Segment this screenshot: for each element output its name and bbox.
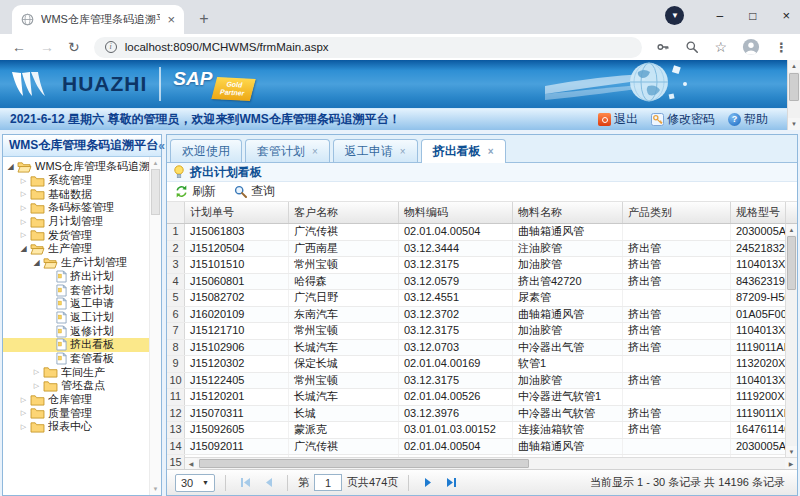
page-size-select[interactable]: 30▼ [175,474,215,492]
tree-expand-icon[interactable]: ▷ [18,177,29,185]
site-info-icon[interactable]: i [105,41,117,53]
scroll-up-icon[interactable]: ▲ [786,224,797,235]
help-button[interactable]: ? 帮助 [728,111,768,128]
table-row[interactable]: 12J15070311长城03.12.3976中冷器出气软管挤出管1119011… [167,406,785,423]
tree-collapse-icon[interactable]: ◢ [31,258,42,267]
refresh-button[interactable]: 刷新 [175,183,216,200]
browser-menu-icon[interactable]: ⋮ [775,40,788,55]
grid-header-cell[interactable]: 物料编码 [399,202,513,223]
table-row[interactable]: 11J15120201长城汽车02.01.04.00526中冷器进气软管1111… [167,389,785,406]
tree-expand-icon[interactable]: ▷ [18,231,29,239]
browser-tab[interactable]: WMS仓库管理条码追溯平台 × [12,5,184,34]
tab[interactable]: 套管计划× [245,139,330,162]
tree-node[interactable]: ▷基础数据 [3,187,149,201]
window-maximize-button[interactable]: □ [749,9,756,23]
tree-node[interactable]: ◢生产管理 [3,242,149,256]
new-tab-button[interactable]: + [192,7,216,31]
tree-node[interactable]: ▷条码标签管理 [3,201,149,215]
browser-profile-button[interactable]: ▼ [665,6,684,25]
tree-node[interactable]: ▷报表中心 [3,420,149,434]
table-row[interactable]: 6J16020109东南汽车03.12.3702曲轴箱通风管挤出管01A05F0… [167,307,785,324]
grid-header-cell[interactable]: 客户名称 [289,202,399,223]
scroll-right-icon[interactable]: ▶ [785,458,797,469]
tab-close-icon[interactable]: × [400,146,406,157]
window-minimize-button[interactable]: – [716,9,723,23]
scroll-down-icon[interactable]: ▼ [788,118,800,130]
tree-node-selected[interactable]: 挤出看板 [3,338,149,352]
tree-node[interactable]: ◢WMS仓库管理条码追溯系统 [3,160,149,174]
sidebar-scrollbar[interactable]: ▲ ▼ [149,157,161,495]
password-key-icon[interactable] [656,40,670,54]
tree-expand-icon[interactable]: ▷ [18,204,29,212]
grid-vertical-scrollbar[interactable]: ▲ ▼ [785,224,797,457]
pager-last-button[interactable] [442,474,460,492]
tab-close-icon[interactable]: × [488,146,494,157]
tree-expand-icon[interactable]: ▷ [18,218,29,226]
scroll-up-icon[interactable]: ▲ [788,60,800,72]
tree-collapse-icon[interactable]: ◢ [5,162,16,171]
table-row[interactable]: 10J15122405常州宝顿03.12.3175加油胶管挤出管1104013X… [167,373,785,390]
tree-expand-icon[interactable]: ▷ [18,423,29,431]
scroll-thumb[interactable] [789,73,799,101]
tree-expand-icon[interactable]: ▷ [18,396,29,404]
logout-button[interactable]: 退出 [598,111,638,128]
table-row[interactable]: 8J15102906长城汽车03.12.0703中冷器出气管挤出管1119011… [167,340,785,357]
pager-next-button[interactable] [419,474,437,492]
table-row[interactable]: 2J15120504广西南星03.12.3444注油胶管挤出管24521832 [167,241,785,258]
url-field[interactable]: i localhost:8090/MCHWMS/frmMain.aspx [94,37,643,58]
scroll-thumb[interactable] [787,236,796,290]
grid-header-cell[interactable]: 计划单号 [185,202,289,223]
tab[interactable]: 返工申请× [333,139,418,162]
table-row[interactable]: 4J15060801哈得森03.12.0579挤出管42720挤出管843623… [167,274,785,291]
tree-node[interactable]: 套管看板 [3,352,149,366]
search-button[interactable]: 查询 [234,183,275,200]
tab[interactable]: 欢迎使用 [170,139,242,162]
tree-node[interactable]: 返修计划 [3,324,149,338]
tree-node[interactable]: ▷系统管理 [3,174,149,188]
tree-node[interactable]: ▷月计划管理 [3,215,149,229]
scroll-thumb[interactable] [151,169,160,215]
tree-node[interactable]: 返工申请 [3,297,149,311]
table-row[interactable]: 13J15092605蒙派克03.01.01.03.00152连接油箱软管挤出管… [167,422,785,439]
tree-expand-icon[interactable]: ▷ [18,409,29,417]
tree-expand-icon[interactable]: ▷ [31,382,42,390]
page-number-input[interactable]: 1 [314,474,342,491]
scroll-up-icon[interactable]: ▲ [150,157,161,168]
tree-node[interactable]: ▷管坯盘点 [3,379,149,393]
collapse-sidebar-icon[interactable]: « [158,139,165,153]
tab-close-icon[interactable]: × [167,13,175,26]
change-password-button[interactable]: 修改密码 [651,111,715,128]
table-row[interactable]: 7J15121710常州宝顿03.12.3175加油胶管挤出管1104013XS… [167,323,785,340]
reload-icon[interactable]: ↻ [68,40,80,54]
grid-horizontal-scrollbar[interactable]: ◀ ▶ [185,457,797,469]
tree-node[interactable]: ▷发货管理 [3,228,149,242]
zoom-icon[interactable] [685,40,699,54]
tree-collapse-icon[interactable]: ◢ [18,244,29,253]
tree-node[interactable]: ▷仓库管理 [3,393,149,407]
back-icon[interactable]: ← [12,40,26,54]
tree-node[interactable]: 套管计划 [3,283,149,297]
tree-node[interactable]: ▷车间生产 [3,365,149,379]
table-row[interactable]: 1J15061803广汽传祺02.01.04.00504曲轴箱通风管203000… [167,224,785,241]
grid-header-cell[interactable]: 物料名称 [513,202,623,223]
table-row[interactable]: 14J15092011广汽传祺02.01.04.00504曲轴箱通风管20300… [167,439,785,456]
tab-active[interactable]: 挤出看板× [421,139,506,163]
table-row[interactable]: 5J15082702广汽日野03.12.4551尿素管87209-H56A [167,290,785,307]
window-close-button[interactable]: × [782,8,790,23]
tree-expand-icon[interactable]: ▷ [31,368,42,376]
tree-node[interactable]: 挤出计划 [3,270,149,284]
scroll-left-icon[interactable]: ◀ [185,458,197,469]
tree-expand-icon[interactable]: ▷ [18,190,29,198]
profile-avatar-icon[interactable] [742,38,760,56]
tree-node[interactable]: ◢生产计划管理 [3,256,149,270]
scroll-thumb[interactable] [199,459,529,468]
scroll-down-icon[interactable]: ▼ [150,483,161,494]
scroll-down-icon[interactable]: ▼ [786,446,797,457]
grid-header-cell[interactable]: 产品类别 [623,202,731,223]
table-row[interactable]: 3J15101510常州宝顿03.12.3175加油胶管挤出管1104013XS… [167,257,785,274]
pager-prev-button[interactable] [259,474,277,492]
pager-first-button[interactable] [236,474,254,492]
tree-node[interactable]: 返工计划 [3,311,149,325]
tab-close-icon[interactable]: × [312,146,318,157]
grid-header-cell[interactable]: 规格型号 [731,202,785,223]
